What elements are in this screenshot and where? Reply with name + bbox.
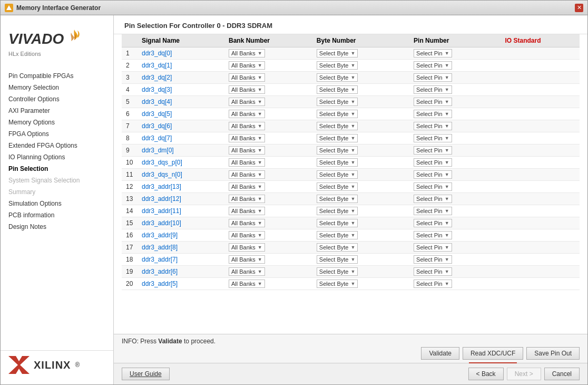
sidebar-item-memory-selection[interactable]: Memory Selection: [1, 82, 113, 93]
sidebar-item-extended-fpga[interactable]: Extended FPGA Options: [1, 140, 113, 151]
bank-dropdown[interactable]: All Banks ▼: [229, 85, 265, 94]
pin-dropdown[interactable]: Select Pin ▼: [414, 231, 452, 239]
byte-dropdown[interactable]: Select Byte ▼: [317, 231, 358, 239]
bank-dropdown[interactable]: All Banks ▼: [229, 146, 265, 155]
info-text: INFO: Press Validate to proceed.: [122, 338, 580, 345]
io-standard-value: [501, 242, 580, 254]
pin-table-container[interactable]: Signal Name Bank Number Byte Number Pin …: [114, 34, 587, 334]
signal-name: ddr3_dq[4]: [138, 96, 224, 108]
bank-dropdown[interactable]: All Banks ▼: [229, 267, 265, 276]
bank-dropdown[interactable]: All Banks ▼: [229, 170, 265, 179]
vivado-logo-area: VIVADO HLx Editions: [1, 21, 113, 68]
bank-dropdown[interactable]: All Banks ▼: [229, 243, 265, 252]
pin-dropdown[interactable]: Select Pin ▼: [414, 98, 452, 106]
row-num: 5: [122, 96, 138, 108]
col-pin-number: Pin Number: [409, 34, 501, 47]
read-xdc-button[interactable]: Read XDC/UCF: [463, 347, 523, 360]
validate-button[interactable]: Validate: [421, 347, 459, 360]
bank-dropdown[interactable]: All Banks ▼: [229, 219, 265, 227]
footer-bar: User Guide < Back Next > Cancel: [114, 363, 587, 384]
pin-dropdown[interactable]: Select Pin ▼: [414, 61, 452, 70]
byte-dropdown[interactable]: Select Byte ▼: [317, 134, 358, 142]
bank-dropdown[interactable]: All Banks ▼: [229, 98, 265, 106]
bank-dropdown[interactable]: All Banks ▼: [229, 73, 265, 82]
byte-dropdown[interactable]: Select Byte ▼: [317, 122, 358, 130]
bank-dropdown[interactable]: All Banks ▼: [229, 49, 265, 57]
close-button[interactable]: ✕: [575, 4, 583, 12]
pin-dropdown[interactable]: Select Pin ▼: [414, 122, 452, 130]
byte-dropdown[interactable]: Select Byte ▼: [317, 158, 358, 167]
pin-dropdown[interactable]: Select Pin ▼: [414, 182, 452, 191]
sidebar-item-pin-selection[interactable]: Pin Selection: [1, 163, 113, 175]
pin-dropdown[interactable]: Select Pin ▼: [414, 49, 452, 57]
bank-arrow-icon: ▼: [258, 51, 262, 56]
bottom-bar: INFO: Press Validate to proceed. Validat…: [114, 334, 587, 363]
user-guide-button[interactable]: User Guide: [122, 368, 170, 380]
pin-dropdown[interactable]: Select Pin ▼: [414, 219, 452, 227]
table-row: 14 ddr3_addr[11] All Banks ▼ Select Byte…: [122, 205, 580, 217]
bank-dropdown[interactable]: All Banks ▼: [229, 195, 265, 203]
vivado-text: VIVADO: [8, 31, 64, 47]
pin-value: Select Pin: [416, 232, 443, 238]
pin-dropdown[interactable]: Select Pin ▼: [414, 207, 452, 215]
bank-dropdown[interactable]: All Banks ▼: [229, 231, 265, 239]
bank-dropdown[interactable]: All Banks ▼: [229, 255, 265, 264]
bank-dropdown[interactable]: All Banks ▼: [229, 134, 265, 142]
byte-dropdown[interactable]: Select Byte ▼: [317, 49, 358, 57]
byte-value: Select Byte: [319, 281, 349, 287]
bank-dropdown[interactable]: All Banks ▼: [229, 280, 265, 288]
sidebar-item-pin-compatible[interactable]: Pin Compatible FPGAs: [1, 70, 113, 82]
byte-dropdown[interactable]: Select Byte ▼: [317, 219, 358, 227]
byte-value: Select Byte: [319, 256, 349, 263]
byte-dropdown[interactable]: Select Byte ▼: [317, 61, 358, 70]
bank-dropdown[interactable]: All Banks ▼: [229, 158, 265, 167]
byte-dropdown[interactable]: Select Byte ▼: [317, 267, 358, 276]
sidebar-item-axi-parameter[interactable]: AXI Parameter: [1, 105, 113, 117]
pin-dropdown[interactable]: Select Pin ▼: [414, 73, 452, 82]
pin-dropdown[interactable]: Select Pin ▼: [414, 110, 452, 118]
byte-dropdown[interactable]: Select Byte ▼: [317, 255, 358, 264]
byte-dropdown[interactable]: Select Byte ▼: [317, 195, 358, 203]
table-row: 16 ddr3_addr[9] All Banks ▼ Select Byte …: [122, 229, 580, 242]
sidebar-item-simulation-options[interactable]: Simulation Options: [1, 198, 113, 209]
byte-dropdown[interactable]: Select Byte ▼: [317, 207, 358, 215]
bank-dropdown[interactable]: All Banks ▼: [229, 110, 265, 118]
byte-dropdown[interactable]: Select Byte ▼: [317, 85, 358, 94]
byte-dropdown[interactable]: Select Byte ▼: [317, 170, 358, 179]
bank-dropdown[interactable]: All Banks ▼: [229, 122, 265, 130]
sidebar-item-design-notes[interactable]: Design Notes: [1, 221, 113, 233]
pin-dropdown[interactable]: Select Pin ▼: [414, 158, 452, 167]
sidebar-item-memory-options[interactable]: Memory Options: [1, 117, 113, 128]
byte-dropdown[interactable]: Select Byte ▼: [317, 182, 358, 191]
bank-arrow-icon: ▼: [258, 233, 262, 238]
byte-dropdown[interactable]: Select Byte ▼: [317, 98, 358, 106]
save-pin-button[interactable]: Save Pin Out: [526, 347, 580, 360]
sidebar-item-fpga-options[interactable]: FPGA Options: [1, 128, 113, 140]
pin-dropdown[interactable]: Select Pin ▼: [414, 280, 452, 288]
pin-dropdown[interactable]: Select Pin ▼: [414, 146, 452, 155]
pin-dropdown[interactable]: Select Pin ▼: [414, 85, 452, 94]
pin-dropdown[interactable]: Select Pin ▼: [414, 170, 452, 179]
pin-dropdown[interactable]: Select Pin ▼: [414, 195, 452, 203]
sidebar-item-pcb-info[interactable]: PCB information: [1, 209, 113, 221]
info-prefix: INFO: Press: [122, 338, 158, 345]
sidebar-item-controller-options[interactable]: Controller Options: [1, 93, 113, 105]
cancel-button[interactable]: Cancel: [544, 368, 580, 380]
byte-dropdown[interactable]: Select Byte ▼: [317, 110, 358, 118]
byte-dropdown[interactable]: Select Byte ▼: [317, 280, 358, 288]
byte-dropdown[interactable]: Select Byte ▼: [317, 146, 358, 155]
hlx-editions-text: HLx Editions: [8, 51, 41, 57]
bank-dropdown[interactable]: All Banks ▼: [229, 207, 265, 215]
bank-dropdown[interactable]: All Banks ▼: [229, 182, 265, 191]
pin-dropdown[interactable]: Select Pin ▼: [414, 134, 452, 142]
byte-dropdown[interactable]: Select Byte ▼: [317, 73, 358, 82]
pin-dropdown[interactable]: Select Pin ▼: [414, 255, 452, 264]
sidebar-item-io-planning[interactable]: IO Planning Options: [1, 151, 113, 163]
bank-value: All Banks: [231, 208, 256, 214]
pin-dropdown[interactable]: Select Pin ▼: [414, 243, 452, 252]
bank-dropdown[interactable]: All Banks ▼: [229, 61, 265, 70]
byte-dropdown[interactable]: Select Byte ▼: [317, 243, 358, 252]
back-button[interactable]: < Back: [468, 368, 504, 380]
pin-dropdown[interactable]: Select Pin ▼: [414, 267, 452, 276]
next-button[interactable]: Next >: [507, 368, 541, 380]
